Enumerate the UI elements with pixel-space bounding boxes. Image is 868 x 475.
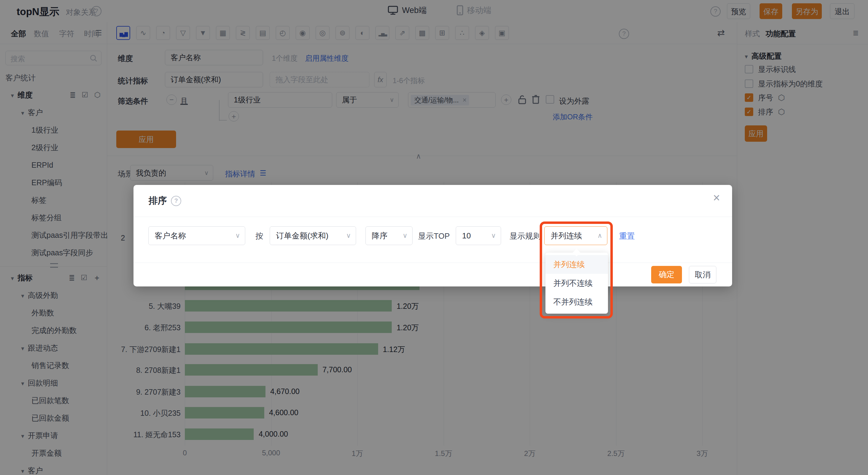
dialog-title: 排序? xyxy=(149,195,181,207)
dropdown-option-0[interactable]: 并列连续 xyxy=(546,255,608,274)
sort-order-select[interactable]: 降序∨ xyxy=(366,226,412,245)
chevron-down-icon: ∨ xyxy=(346,227,351,245)
dropdown-option-2[interactable]: 不并列连续 xyxy=(546,293,608,311)
ok-button[interactable]: 确定 xyxy=(651,266,682,284)
sort-dialog: 排序? × 客户名称∨ 按 订单金额(求和)∨ 降序∨ 显示TOP 10∨ 显示… xyxy=(133,185,732,287)
sort-dimension-select[interactable]: 客户名称∨ xyxy=(148,226,245,245)
show-top-label: 显示TOP xyxy=(418,231,450,241)
close-icon[interactable]: × xyxy=(713,191,720,204)
chevron-down-icon: ∨ xyxy=(235,227,240,245)
top-n-select[interactable]: 10∨ xyxy=(456,226,501,245)
sort-help-icon[interactable]: ? xyxy=(171,196,181,206)
by-label: 按 xyxy=(255,231,264,241)
display-rule-select[interactable]: 并列连续∧ xyxy=(544,226,607,245)
chevron-down-icon: ∨ xyxy=(403,227,407,245)
chevron-up-icon: ∧ xyxy=(597,227,602,245)
reset-link[interactable]: 重置 xyxy=(619,231,635,241)
cancel-button[interactable]: 取消 xyxy=(689,266,716,284)
chevron-down-icon: ∨ xyxy=(491,227,496,245)
display-rule-label: 显示规则 xyxy=(509,231,541,241)
display-rule-dropdown: 并列连续并列不连续不并列连续 xyxy=(546,253,608,314)
sort-metric-select[interactable]: 订单金额(求和)∨ xyxy=(270,226,356,245)
dropdown-option-1[interactable]: 并列不连续 xyxy=(546,274,608,293)
